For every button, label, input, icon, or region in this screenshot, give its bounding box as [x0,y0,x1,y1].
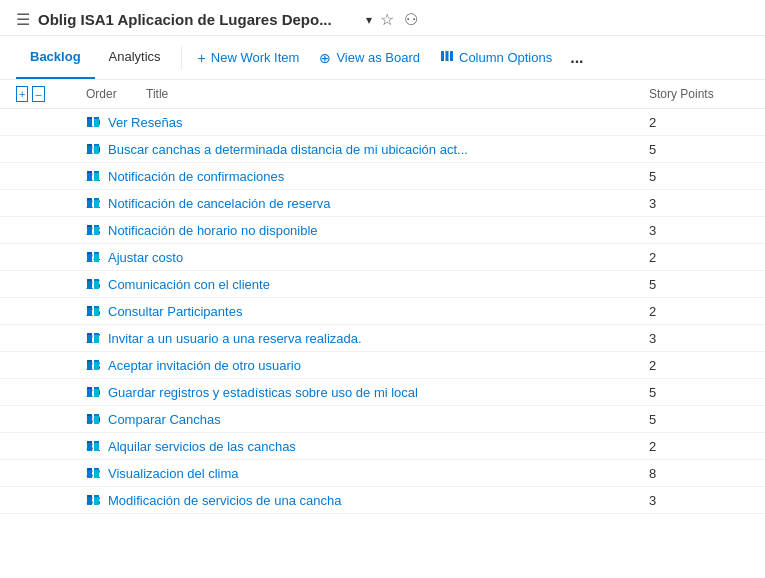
work-item-icon [86,303,102,319]
row-story-points: 2 [649,304,749,319]
work-item-icon [86,195,102,211]
row-title-text[interactable]: Notificación de confirmaciones [108,169,284,184]
svg-rect-41 [87,360,92,362]
work-item-icon [86,141,102,157]
board-icon: ⊕ [319,50,331,66]
work-item-icon [86,168,102,184]
title-bar: ☰ Oblig ISA1 Aplicacion de Lugares Depo.… [0,0,765,36]
more-button[interactable]: ... [562,43,591,73]
table-row: 19 Ver Reseñas 2 [0,109,765,136]
view-as-board-button[interactable]: ⊕ View as Board [309,44,430,72]
row-title[interactable]: Aceptar invitación de otro usuario [86,357,649,373]
tab-analytics[interactable]: Analytics [95,36,175,79]
row-title-text[interactable]: Consultar Participantes [108,304,242,319]
svg-rect-50 [94,414,99,416]
svg-rect-26 [94,252,99,254]
column-options-label: Column Options [459,50,552,65]
svg-rect-5 [87,117,92,119]
row-title-text[interactable]: Ajustar costo [108,250,183,265]
table-body: 19 Ver Reseñas 2 20 [0,109,765,562]
row-story-points: 2 [649,115,749,130]
columns-icon [440,49,454,66]
row-title-text[interactable]: Modificación de servicios de una cancha [108,493,341,508]
new-work-item-button[interactable]: + New Work Item [188,44,310,72]
row-title-text[interactable]: Buscar canchas a determinada distancia d… [108,142,468,157]
header-order: Order [86,87,146,101]
row-title-text[interactable]: Alquilar servicios de las canchas [108,439,296,454]
backlog-table: + – Order Title Story Points 19 Ver Rese… [0,80,765,562]
row-title[interactable]: Guardar registros y estadísticas sobre u… [86,384,649,400]
svg-rect-62 [94,495,99,497]
table-header: + – Order Title Story Points [0,80,765,109]
row-title[interactable]: Ajustar costo [86,249,649,265]
row-story-points: 5 [649,277,749,292]
work-item-icon [86,249,102,265]
nav-divider [181,46,182,70]
svg-rect-46 [94,387,99,389]
row-title-text[interactable]: Comunicación con el cliente [108,277,270,292]
svg-rect-10 [94,144,99,146]
work-item-icon [86,465,102,481]
svg-rect-22 [94,225,99,227]
table-row: 26 Consultar Participantes 2 [0,298,765,325]
svg-rect-0 [441,51,444,61]
row-story-points: 2 [649,358,749,373]
row-title-text[interactable]: Visualizacion del clima [108,466,239,481]
column-options-button[interactable]: Column Options [430,43,562,72]
table-row: 32 Visualizacion del clima 8 [0,460,765,487]
table-row: 29 Guardar registros y estadísticas sobr… [0,379,765,406]
row-order: 22 [16,196,86,211]
person-icon[interactable]: ⚇ [404,10,418,29]
row-title[interactable]: Notificación de horario no disponible [86,222,649,238]
row-title-text[interactable]: Comparar Canchas [108,412,221,427]
row-order: 20 [16,142,86,157]
expand-all-icon[interactable]: + [16,86,28,102]
row-title[interactable]: Buscar canchas a determinada distancia d… [86,141,649,157]
row-title-text[interactable]: Invitar a un usuario a una reserva reali… [108,331,362,346]
row-story-points: 3 [649,493,749,508]
row-title[interactable]: Comunicación con el cliente [86,276,649,292]
row-title-text[interactable]: Guardar registros y estadísticas sobre u… [108,385,418,400]
svg-rect-53 [87,441,92,443]
svg-rect-9 [87,144,92,146]
row-story-points: 5 [649,385,749,400]
row-title[interactable]: Notificación de cancelación de reserva [86,195,649,211]
header-story-points: Story Points [649,87,749,101]
row-title-text[interactable]: Aceptar invitación de otro usuario [108,358,301,373]
svg-rect-14 [94,171,99,173]
row-order: 29 [16,385,86,400]
table-row: 28 Aceptar invitación de otro usuario 2 [0,352,765,379]
row-title[interactable]: Consultar Participantes [86,303,649,319]
row-title[interactable]: Alquilar servicios de las canchas [86,438,649,454]
work-item-icon [86,276,102,292]
svg-rect-29 [87,279,92,281]
star-icon[interactable]: ☆ [380,10,394,29]
row-story-points: 3 [649,196,749,211]
work-item-icon [86,357,102,373]
table-row: 25 Comunicación con el cliente 5 [0,271,765,298]
row-title[interactable]: Comparar Canchas [86,411,649,427]
work-item-icon [86,222,102,238]
row-title[interactable]: Ver Reseñas [86,114,649,130]
table-row: 23 Notificación de horario no disponible… [0,217,765,244]
title-chevron-icon[interactable]: ▾ [366,13,372,27]
row-title[interactable]: Notificación de confirmaciones [86,168,649,184]
row-title[interactable]: Invitar a un usuario a una reserva reali… [86,330,649,346]
row-order: 21 [16,169,86,184]
table-row: 24 Ajustar costo 2 [0,244,765,271]
row-title[interactable]: Visualizacion del clima [86,465,649,481]
title-bar-icon: ☰ [16,10,30,29]
svg-rect-37 [87,333,92,335]
row-title-text[interactable]: Notificación de horario no disponible [108,223,318,238]
work-item-icon [86,492,102,508]
row-title[interactable]: Modificación de servicios de una cancha [86,492,649,508]
row-title-text[interactable]: Notificación de cancelación de reserva [108,196,331,211]
svg-rect-25 [87,252,92,254]
svg-rect-2 [450,51,453,61]
row-order: 31 [16,439,86,454]
collapse-all-icon[interactable]: – [32,86,44,102]
tab-backlog[interactable]: Backlog [16,36,95,79]
table-row: 30 Comparar Canchas 5 [0,406,765,433]
row-title-text[interactable]: Ver Reseñas [108,115,182,130]
svg-rect-30 [94,279,99,281]
